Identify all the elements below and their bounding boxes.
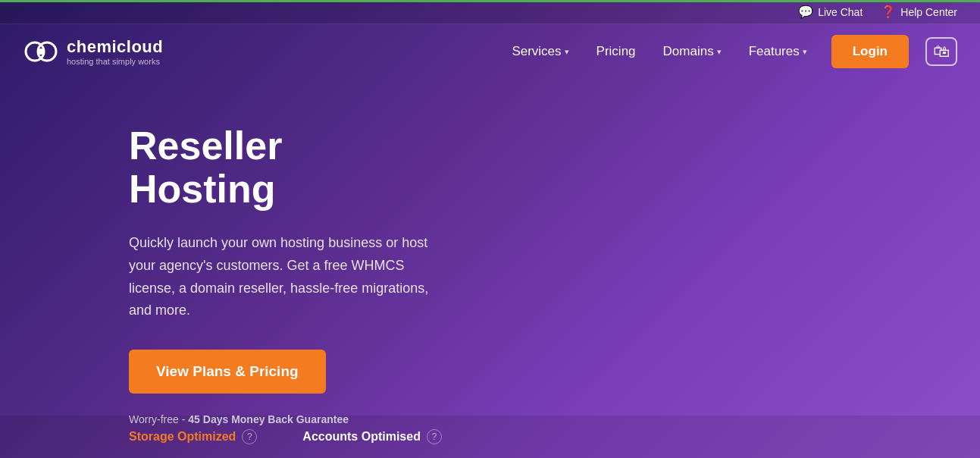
nav-features[interactable]: Features ▾ <box>738 38 818 65</box>
svg-point-2 <box>38 49 44 55</box>
services-chevron-icon: ▾ <box>565 47 569 57</box>
cart-icon: 🛍 <box>933 42 950 61</box>
logo-tagline: hosting that simply works <box>67 57 163 66</box>
login-button[interactable]: Login <box>831 35 909 68</box>
features-chevron-icon: ▾ <box>803 47 807 57</box>
storage-feature[interactable]: Storage Optimized ? <box>129 429 257 444</box>
live-chat-label: Live Chat <box>818 6 863 18</box>
help-center-link[interactable]: ❓ Help Center <box>881 5 957 19</box>
storage-label: Storage Optimized <box>129 430 236 444</box>
logo-brand: chemicloud <box>67 37 163 57</box>
green-top-line <box>0 0 980 2</box>
domains-chevron-icon: ▾ <box>717 47 722 57</box>
help-icon: ❓ <box>881 5 896 19</box>
accounts-feature[interactable]: Accounts Optimised ? <box>302 429 442 444</box>
live-chat-link[interactable]: 💬 Live Chat <box>798 5 863 19</box>
navbar: chemicloud hosting that simply works Ser… <box>0 24 980 79</box>
logo[interactable]: chemicloud hosting that simply works <box>23 33 163 70</box>
nav-domains[interactable]: Domains ▾ <box>653 38 732 65</box>
services-label: Services <box>512 44 561 59</box>
chat-icon: 💬 <box>798 5 813 19</box>
cart-button[interactable]: 🛍 <box>925 37 957 66</box>
hero-title: Reseller Hosting <box>129 124 440 211</box>
cta-button[interactable]: View Plans & Pricing <box>129 350 326 394</box>
nav-services[interactable]: Services ▾ <box>501 38 579 65</box>
nav-pricing[interactable]: Pricing <box>586 38 647 65</box>
nav-links: Services ▾ Pricing Domains ▾ Features ▾ … <box>501 35 957 68</box>
logo-text-area: chemicloud hosting that simply works <box>67 37 163 66</box>
domains-label: Domains <box>663 44 714 59</box>
accounts-label: Accounts Optimised <box>302 430 421 444</box>
features-label: Features <box>749 44 800 59</box>
storage-question-icon: ? <box>242 429 257 444</box>
accounts-question-icon: ? <box>427 429 442 444</box>
top-bar: 💬 Live Chat ❓ Help Center <box>0 0 980 24</box>
hero-description: Quickly launch your own hosting business… <box>129 232 440 322</box>
features-bar: Storage Optimized ? Accounts Optimised ? <box>0 416 980 458</box>
pricing-label: Pricing <box>596 44 636 59</box>
logo-icon <box>23 33 59 70</box>
hero-section: Reseller Hosting Quickly launch your own… <box>0 79 568 456</box>
help-center-label: Help Center <box>900 6 957 18</box>
